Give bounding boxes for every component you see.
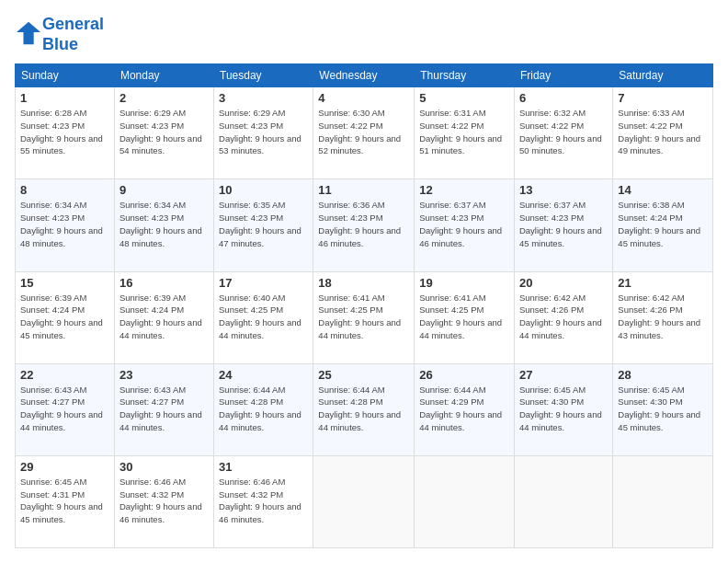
day-info: Sunrise: 6:34 AMSunset: 4:23 PMDaylight:… xyxy=(119,199,209,249)
day-info: Sunrise: 6:37 AMSunset: 4:23 PMDaylight:… xyxy=(519,199,608,249)
calendar-week-row: 8Sunrise: 6:34 AMSunset: 4:23 PMDaylight… xyxy=(16,179,713,271)
day-info: Sunrise: 6:42 AMSunset: 4:26 PMDaylight:… xyxy=(519,292,608,342)
calendar-week-row: 1Sunrise: 6:28 AMSunset: 4:23 PMDaylight… xyxy=(16,87,713,179)
day-number: 23 xyxy=(119,368,209,382)
day-number: 14 xyxy=(618,183,708,197)
day-number: 5 xyxy=(419,91,509,105)
day-number: 22 xyxy=(20,368,109,382)
calendar-day-cell: 16Sunrise: 6:39 AMSunset: 4:24 PMDayligh… xyxy=(114,271,213,363)
calendar-day-cell: 8Sunrise: 6:34 AMSunset: 4:23 PMDaylight… xyxy=(16,179,115,271)
day-number: 7 xyxy=(618,91,708,105)
calendar-day-cell: 19Sunrise: 6:41 AMSunset: 4:25 PMDayligh… xyxy=(415,271,515,363)
day-info: Sunrise: 6:44 AMSunset: 4:28 PMDaylight:… xyxy=(318,384,409,434)
calendar-day-cell xyxy=(415,455,515,547)
day-number: 9 xyxy=(119,183,209,197)
calendar-day-cell: 9Sunrise: 6:34 AMSunset: 4:23 PMDaylight… xyxy=(114,179,213,271)
day-number: 6 xyxy=(519,91,608,105)
day-number: 10 xyxy=(219,183,308,197)
calendar-week-row: 22Sunrise: 6:43 AMSunset: 4:27 PMDayligh… xyxy=(16,363,713,455)
day-info: Sunrise: 6:43 AMSunset: 4:27 PMDaylight:… xyxy=(20,384,109,434)
logo-icon xyxy=(17,20,42,46)
calendar-day-cell: 12Sunrise: 6:37 AMSunset: 4:23 PMDayligh… xyxy=(415,179,515,271)
day-of-week-header: Friday xyxy=(514,64,612,87)
calendar-day-cell: 27Sunrise: 6:45 AMSunset: 4:30 PMDayligh… xyxy=(514,363,612,455)
day-number: 15 xyxy=(20,276,109,290)
day-number: 29 xyxy=(20,460,109,474)
day-info: Sunrise: 6:46 AMSunset: 4:32 PMDaylight:… xyxy=(119,476,209,526)
day-info: Sunrise: 6:42 AMSunset: 4:26 PMDaylight:… xyxy=(618,292,708,342)
calendar-day-cell: 25Sunrise: 6:44 AMSunset: 4:28 PMDayligh… xyxy=(313,363,415,455)
day-info: Sunrise: 6:45 AMSunset: 4:30 PMDaylight:… xyxy=(618,384,708,434)
day-info: Sunrise: 6:30 AMSunset: 4:22 PMDaylight:… xyxy=(318,107,409,157)
page-container: GeneralBlue SundayMondayTuesdayWednesday… xyxy=(0,0,728,563)
day-number: 26 xyxy=(419,368,509,382)
day-number: 24 xyxy=(219,368,308,382)
calendar-day-cell: 6Sunrise: 6:32 AMSunset: 4:22 PMDaylight… xyxy=(514,87,612,179)
day-number: 16 xyxy=(119,276,209,290)
calendar-day-cell: 20Sunrise: 6:42 AMSunset: 4:26 PMDayligh… xyxy=(514,271,612,363)
day-info: Sunrise: 6:45 AMSunset: 4:31 PMDaylight:… xyxy=(20,476,109,526)
calendar-day-cell: 4Sunrise: 6:30 AMSunset: 4:22 PMDaylight… xyxy=(313,87,415,179)
day-info: Sunrise: 6:46 AMSunset: 4:32 PMDaylight:… xyxy=(219,476,308,526)
day-number: 27 xyxy=(519,368,608,382)
day-info: Sunrise: 6:32 AMSunset: 4:22 PMDaylight:… xyxy=(519,107,608,157)
day-number: 25 xyxy=(318,368,409,382)
day-of-week-header: Wednesday xyxy=(313,64,415,87)
calendar-day-cell xyxy=(514,455,612,547)
day-number: 28 xyxy=(618,368,708,382)
day-info: Sunrise: 6:37 AMSunset: 4:23 PMDaylight:… xyxy=(419,199,509,249)
calendar-day-cell xyxy=(613,455,713,547)
calendar-day-cell: 15Sunrise: 6:39 AMSunset: 4:24 PMDayligh… xyxy=(16,271,115,363)
day-info: Sunrise: 6:35 AMSunset: 4:23 PMDaylight:… xyxy=(219,199,308,249)
day-number: 17 xyxy=(219,276,308,290)
svg-marker-0 xyxy=(17,21,40,43)
day-number: 18 xyxy=(318,276,409,290)
logo: GeneralBlue xyxy=(15,15,104,54)
calendar-week-row: 29Sunrise: 6:45 AMSunset: 4:31 PMDayligh… xyxy=(16,455,713,547)
day-info: Sunrise: 6:38 AMSunset: 4:24 PMDaylight:… xyxy=(618,199,708,249)
day-info: Sunrise: 6:44 AMSunset: 4:28 PMDaylight:… xyxy=(219,384,308,434)
day-info: Sunrise: 6:45 AMSunset: 4:30 PMDaylight:… xyxy=(519,384,608,434)
calendar-week-row: 15Sunrise: 6:39 AMSunset: 4:24 PMDayligh… xyxy=(16,271,713,363)
day-of-week-header: Monday xyxy=(114,64,213,87)
header: GeneralBlue xyxy=(15,15,713,54)
day-info: Sunrise: 6:36 AMSunset: 4:23 PMDaylight:… xyxy=(318,199,409,249)
calendar-day-cell: 13Sunrise: 6:37 AMSunset: 4:23 PMDayligh… xyxy=(514,179,612,271)
calendar-header-row: SundayMondayTuesdayWednesdayThursdayFrid… xyxy=(16,64,713,87)
day-info: Sunrise: 6:44 AMSunset: 4:29 PMDaylight:… xyxy=(419,384,509,434)
calendar-day-cell: 11Sunrise: 6:36 AMSunset: 4:23 PMDayligh… xyxy=(313,179,415,271)
calendar: SundayMondayTuesdayWednesdayThursdayFrid… xyxy=(15,63,713,548)
day-of-week-header: Sunday xyxy=(16,64,115,87)
calendar-day-cell: 21Sunrise: 6:42 AMSunset: 4:26 PMDayligh… xyxy=(613,271,713,363)
calendar-day-cell: 30Sunrise: 6:46 AMSunset: 4:32 PMDayligh… xyxy=(114,455,213,547)
day-number: 1 xyxy=(20,91,109,105)
day-number: 30 xyxy=(119,460,209,474)
day-info: Sunrise: 6:41 AMSunset: 4:25 PMDaylight:… xyxy=(419,292,509,342)
day-number: 3 xyxy=(219,91,308,105)
calendar-day-cell: 17Sunrise: 6:40 AMSunset: 4:25 PMDayligh… xyxy=(214,271,313,363)
day-info: Sunrise: 6:29 AMSunset: 4:23 PMDaylight:… xyxy=(219,107,308,157)
calendar-day-cell: 26Sunrise: 6:44 AMSunset: 4:29 PMDayligh… xyxy=(415,363,515,455)
day-info: Sunrise: 6:39 AMSunset: 4:24 PMDaylight:… xyxy=(119,292,209,342)
calendar-day-cell: 22Sunrise: 6:43 AMSunset: 4:27 PMDayligh… xyxy=(16,363,115,455)
calendar-day-cell: 1Sunrise: 6:28 AMSunset: 4:23 PMDaylight… xyxy=(16,87,115,179)
calendar-day-cell: 2Sunrise: 6:29 AMSunset: 4:23 PMDaylight… xyxy=(114,87,213,179)
calendar-day-cell xyxy=(313,455,415,547)
calendar-day-cell: 28Sunrise: 6:45 AMSunset: 4:30 PMDayligh… xyxy=(613,363,713,455)
day-of-week-header: Saturday xyxy=(613,64,713,87)
day-info: Sunrise: 6:39 AMSunset: 4:24 PMDaylight:… xyxy=(20,292,109,342)
calendar-day-cell: 18Sunrise: 6:41 AMSunset: 4:25 PMDayligh… xyxy=(313,271,415,363)
day-info: Sunrise: 6:40 AMSunset: 4:25 PMDaylight:… xyxy=(219,292,308,342)
calendar-day-cell: 14Sunrise: 6:38 AMSunset: 4:24 PMDayligh… xyxy=(613,179,713,271)
calendar-day-cell: 23Sunrise: 6:43 AMSunset: 4:27 PMDayligh… xyxy=(114,363,213,455)
calendar-day-cell: 29Sunrise: 6:45 AMSunset: 4:31 PMDayligh… xyxy=(16,455,115,547)
day-number: 21 xyxy=(618,276,708,290)
calendar-day-cell: 24Sunrise: 6:44 AMSunset: 4:28 PMDayligh… xyxy=(214,363,313,455)
day-info: Sunrise: 6:33 AMSunset: 4:22 PMDaylight:… xyxy=(618,107,708,157)
day-number: 20 xyxy=(519,276,608,290)
day-info: Sunrise: 6:34 AMSunset: 4:23 PMDaylight:… xyxy=(20,199,109,249)
calendar-day-cell: 7Sunrise: 6:33 AMSunset: 4:22 PMDaylight… xyxy=(613,87,713,179)
calendar-day-cell: 3Sunrise: 6:29 AMSunset: 4:23 PMDaylight… xyxy=(214,87,313,179)
day-number: 19 xyxy=(419,276,509,290)
day-of-week-header: Tuesday xyxy=(214,64,313,87)
